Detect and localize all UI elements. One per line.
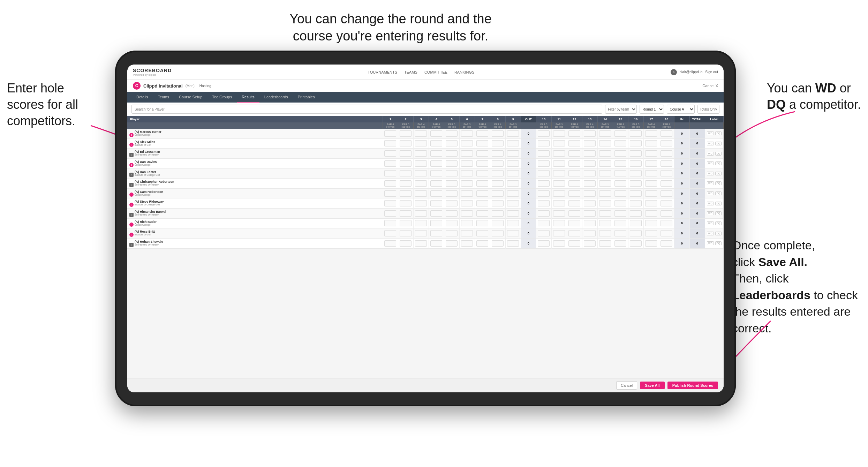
- hole-13-input[interactable]: [584, 210, 596, 217]
- hole-18-input[interactable]: [661, 190, 672, 197]
- hole-10-input[interactable]: [538, 170, 550, 176]
- hole-2-input[interactable]: [400, 230, 412, 236]
- hole-17-input[interactable]: [645, 210, 657, 217]
- hole-5-input[interactable]: [446, 240, 458, 247]
- hole-11-input[interactable]: [553, 130, 565, 137]
- hole-3-input[interactable]: [415, 180, 427, 187]
- hole-5-input[interactable]: [446, 220, 458, 226]
- tab-course-setup[interactable]: Course Setup: [174, 92, 207, 103]
- hole-5-input[interactable]: [446, 140, 458, 146]
- hole-3-input[interactable]: [415, 170, 427, 176]
- hole-4-input[interactable]: [430, 150, 442, 157]
- hole-7-input[interactable]: [476, 210, 488, 217]
- hole-16-input[interactable]: [630, 240, 642, 247]
- dq-button[interactable]: DQ: [715, 142, 722, 145]
- hole-4-input[interactable]: [430, 180, 442, 187]
- hole-5-input[interactable]: [446, 230, 458, 236]
- hole-8-input[interactable]: [492, 200, 504, 206]
- hole-2-input[interactable]: [400, 160, 412, 167]
- cancel-action-button[interactable]: Cancel: [616, 381, 637, 390]
- hole-17-input[interactable]: [645, 180, 657, 187]
- hole-14-input[interactable]: [599, 180, 611, 187]
- hole-13-input[interactable]: [584, 160, 596, 167]
- hole-13-input[interactable]: [584, 230, 596, 236]
- hole-5-input[interactable]: [446, 210, 458, 217]
- hole-5-input[interactable]: [446, 180, 458, 187]
- hole-1-input[interactable]: [384, 210, 396, 217]
- wd-button[interactable]: WD: [707, 161, 714, 165]
- hole-12-input[interactable]: [568, 230, 580, 236]
- hole-11-input[interactable]: [553, 200, 565, 206]
- hole-2-input[interactable]: [400, 150, 412, 157]
- hole-10-input[interactable]: [538, 190, 550, 197]
- hole-15-input[interactable]: [614, 210, 626, 217]
- hole-9-input[interactable]: [507, 190, 519, 197]
- nav-rankings[interactable]: RANKINGS: [454, 70, 474, 74]
- hole-2-input[interactable]: [400, 240, 412, 247]
- hole-9-input[interactable]: [507, 150, 519, 157]
- hole-14-input[interactable]: [599, 210, 611, 217]
- hole-7-input[interactable]: [476, 230, 488, 236]
- hole-17-input[interactable]: [645, 190, 657, 197]
- hole-4-input[interactable]: [430, 230, 442, 236]
- hole-17-input[interactable]: [645, 160, 657, 167]
- hole-17-input[interactable]: [645, 240, 657, 247]
- hole-2-input[interactable]: [400, 140, 412, 146]
- dq-button[interactable]: DQ: [715, 131, 722, 135]
- hole-18-input[interactable]: [661, 200, 672, 206]
- hole-16-input[interactable]: [630, 200, 642, 206]
- nav-teams[interactable]: TEAMS: [404, 70, 417, 74]
- hole-16-input[interactable]: [630, 220, 642, 226]
- wd-button[interactable]: WD: [707, 221, 714, 225]
- hole-10-input[interactable]: [538, 140, 550, 146]
- tab-tee-groups[interactable]: Tee Groups: [207, 92, 237, 103]
- hole-11-input[interactable]: [553, 140, 565, 146]
- hole-14-input[interactable]: [599, 140, 611, 146]
- wd-button[interactable]: WD: [707, 142, 714, 145]
- hole-2-input[interactable]: [400, 210, 412, 217]
- hole-10-input[interactable]: [538, 150, 550, 157]
- hole-4-input[interactable]: [430, 200, 442, 206]
- hole-3-input[interactable]: [415, 220, 427, 226]
- wd-button[interactable]: WD: [707, 232, 714, 235]
- hole-11-input[interactable]: [553, 210, 565, 217]
- hole-9-input[interactable]: [507, 240, 519, 247]
- hole-11-input[interactable]: [553, 150, 565, 157]
- hole-2-input[interactable]: [400, 200, 412, 206]
- hole-6-input[interactable]: [461, 220, 473, 226]
- hole-9-input[interactable]: [507, 210, 519, 217]
- hole-10-input[interactable]: [538, 210, 550, 217]
- wd-button[interactable]: WD: [707, 152, 714, 156]
- hole-6-input[interactable]: [461, 170, 473, 176]
- hole-7-input[interactable]: [476, 190, 488, 197]
- hole-7-input[interactable]: [476, 170, 488, 176]
- hole-15-input[interactable]: [614, 170, 626, 176]
- hole-7-input[interactable]: [476, 200, 488, 206]
- hole-9-input[interactable]: [507, 220, 519, 226]
- hole-15-input[interactable]: [614, 160, 626, 167]
- hole-8-input[interactable]: [492, 170, 504, 176]
- hole-15-input[interactable]: [614, 130, 626, 137]
- hole-16-input[interactable]: [630, 230, 642, 236]
- hole-6-input[interactable]: [461, 140, 473, 146]
- hole-18-input[interactable]: [661, 220, 672, 226]
- hole-8-input[interactable]: [492, 180, 504, 187]
- tab-details[interactable]: Details: [131, 92, 153, 103]
- hole-18-input[interactable]: [661, 210, 672, 217]
- hole-5-input[interactable]: [446, 170, 458, 176]
- hole-8-input[interactable]: [492, 130, 504, 137]
- tab-teams[interactable]: Teams: [153, 92, 174, 103]
- hole-4-input[interactable]: [430, 190, 442, 197]
- wd-button[interactable]: WD: [707, 172, 714, 175]
- nav-tournaments[interactable]: TOURNAMENTS: [368, 70, 397, 74]
- hole-3-input[interactable]: [415, 190, 427, 197]
- hole-16-input[interactable]: [630, 130, 642, 137]
- hole-11-input[interactable]: [553, 160, 565, 167]
- hole-5-input[interactable]: [446, 200, 458, 206]
- wd-button[interactable]: WD: [707, 202, 714, 205]
- hole-17-input[interactable]: [645, 230, 657, 236]
- hole-2-input[interactable]: [400, 130, 412, 137]
- hole-4-input[interactable]: [430, 130, 442, 137]
- hole-12-input[interactable]: [568, 150, 580, 157]
- totals-only-toggle[interactable]: Totals Only: [697, 105, 719, 114]
